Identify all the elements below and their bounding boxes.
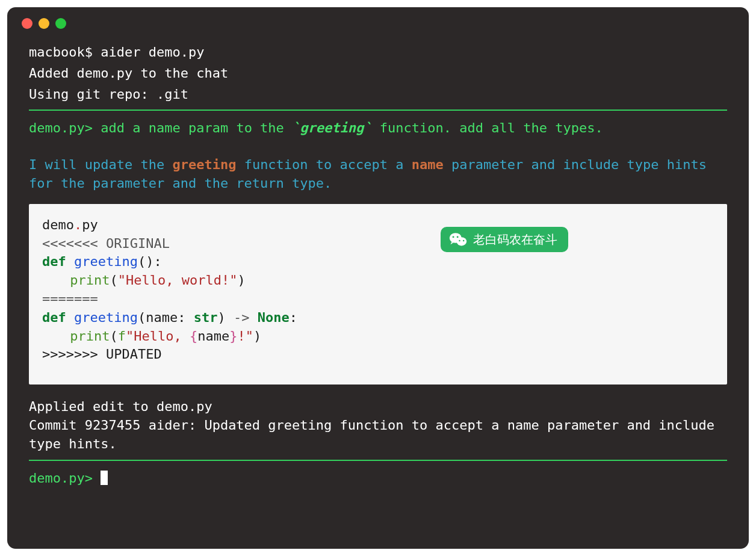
- wechat-badge: 老白码农在奋斗: [441, 227, 568, 252]
- code-filename: demo.py: [42, 216, 714, 235]
- builtin-print: print: [70, 329, 110, 344]
- added-file-line: Added demo.py to the chat: [29, 64, 727, 83]
- keyword-def: def: [42, 310, 66, 325]
- string-literal: !": [238, 329, 254, 344]
- ai-response-text: I will update the greeting function to a…: [29, 156, 727, 193]
- ai-text: function to accept a: [236, 157, 411, 172]
- terminal-window: macbook$ aider demo.py Added demo.py to …: [7, 7, 749, 549]
- code-line: def greeting(name: str) -> None:: [42, 309, 714, 327]
- user-input-text: add a name param to the: [93, 120, 292, 135]
- punct: (: [110, 273, 118, 288]
- string-literal: "Hello, world!": [118, 273, 238, 288]
- cursor: [101, 471, 108, 485]
- punct: ): [253, 329, 261, 344]
- fstring-prefix: f: [118, 329, 126, 344]
- type-none: None: [258, 310, 290, 325]
- svg-point-1: [457, 237, 467, 246]
- punct: ): [146, 254, 153, 269]
- brace: }: [229, 329, 237, 344]
- code-line: def greeting():: [42, 253, 714, 271]
- user-input-text: function. add all the types.: [372, 120, 603, 135]
- maximize-button[interactable]: [55, 18, 66, 29]
- punct: (: [138, 254, 146, 269]
- keyword-def: def: [42, 254, 66, 269]
- code-line: print(f"Hello, {name}!"): [42, 327, 714, 346]
- ai-keyword: name: [412, 157, 444, 172]
- filename-dot: .: [74, 217, 82, 232]
- terminal-content[interactable]: macbook$ aider demo.py Added demo.py to …: [7, 35, 749, 502]
- punct: :: [178, 310, 185, 325]
- arrow: ->: [226, 310, 258, 325]
- svg-point-2: [453, 236, 454, 238]
- punct: :: [153, 254, 161, 269]
- user-prompt-1: demo.py> add a name param to the `greeti…: [29, 119, 727, 138]
- svg-point-3: [457, 236, 459, 238]
- minimize-button[interactable]: [39, 18, 49, 29]
- shell-command-line: macbook$ aider demo.py: [29, 43, 727, 62]
- punct: ): [217, 310, 225, 325]
- diff-code-block: demo.py <<<<<<< ORIGINAL def greeting():…: [29, 204, 727, 385]
- wechat-icon: [449, 232, 467, 247]
- divider: [29, 110, 727, 111]
- close-button[interactable]: [22, 18, 33, 29]
- code-line: print("Hello, world!"): [42, 271, 714, 290]
- filename-part: demo: [42, 217, 74, 232]
- prompt-prefix: demo.py>: [29, 471, 93, 486]
- svg-point-4: [459, 240, 460, 242]
- commit-line: Commit 9237455 aider: Updated greeting f…: [29, 416, 727, 454]
- prompt-prefix: demo.py>: [29, 120, 93, 135]
- punct: :: [290, 310, 297, 325]
- punct: (: [110, 329, 118, 344]
- applied-edit-line: Applied edit to demo.py: [29, 398, 727, 416]
- function-name: greeting: [74, 254, 138, 269]
- svg-point-5: [463, 240, 465, 242]
- filename-part: py: [82, 217, 98, 232]
- builtin-print: print: [70, 273, 110, 288]
- string-literal: "Hello,: [126, 329, 190, 344]
- type-annotation: str: [194, 310, 218, 325]
- brace: {: [190, 329, 197, 344]
- git-repo-line: Using git repo: .git: [29, 85, 727, 104]
- divider: [29, 460, 727, 461]
- diff-marker-separator: =======: [42, 290, 714, 309]
- user-prompt-2[interactable]: demo.py>: [29, 469, 727, 488]
- punct: ): [238, 273, 246, 288]
- wechat-badge-text: 老白码农在奋斗: [473, 231, 557, 248]
- titlebar: [7, 7, 749, 35]
- function-name: greeting: [74, 310, 138, 325]
- ai-text: I will update the: [29, 157, 172, 172]
- ai-keyword: greeting: [172, 157, 236, 172]
- param-name: name: [146, 310, 178, 325]
- diff-marker-original: <<<<<<< ORIGINAL: [42, 235, 714, 253]
- inline-code: `greeting`: [292, 120, 371, 135]
- param-name: name: [197, 329, 229, 344]
- diff-marker-updated: >>>>>>> UPDATED: [42, 345, 714, 364]
- punct: (: [138, 310, 146, 325]
